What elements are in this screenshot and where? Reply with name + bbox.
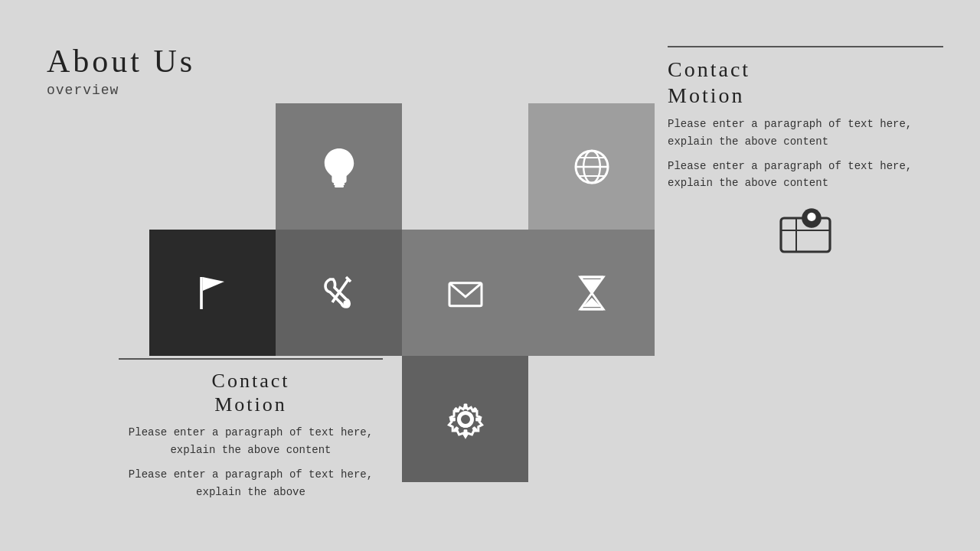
mail-icon <box>443 270 488 316</box>
bottom-left-body1: Please enter a paragraph of text here, e… <box>119 424 383 458</box>
globe-icon <box>569 144 615 190</box>
right-divider <box>668 46 943 47</box>
bottom-left-body2: Please enter a paragraph of text here, e… <box>119 466 383 500</box>
hourglass-cell[interactable] <box>528 230 655 356</box>
svg-rect-18 <box>475 417 481 421</box>
lightbulb-cell[interactable] <box>276 103 402 230</box>
globe-cell[interactable] <box>528 103 655 230</box>
mail-cell[interactable] <box>402 230 528 356</box>
grid-row-1 <box>149 103 655 230</box>
hourglass-icon <box>569 270 615 316</box>
svg-rect-17 <box>449 417 455 421</box>
map-pin-icon <box>775 200 836 261</box>
page-title: About Us <box>47 43 195 80</box>
gear-icon <box>443 396 488 442</box>
svg-rect-15 <box>463 403 467 409</box>
bottom-left-title: Contact Motion <box>119 369 383 416</box>
lightbulb-icon <box>316 144 362 190</box>
right-section: Contact Motion Please enter a paragraph … <box>668 46 943 261</box>
svg-rect-0 <box>333 183 344 185</box>
empty-cell-5 <box>528 356 655 482</box>
svg-rect-7 <box>200 277 203 309</box>
empty-cell-2 <box>402 103 528 230</box>
flag-icon <box>190 270 236 316</box>
svg-point-8 <box>343 300 348 305</box>
grid-row-2 <box>149 230 655 356</box>
bottom-left-section: Contact Motion Please enter a paragraph … <box>119 358 383 500</box>
right-title: Contact Motion <box>668 57 943 108</box>
empty-cell-1 <box>149 103 276 230</box>
bottom-left-divider <box>119 358 383 360</box>
page-subtitle: overview <box>47 83 195 98</box>
right-body2: Please enter a paragraph of text here, e… <box>668 158 943 192</box>
svg-rect-16 <box>463 429 467 435</box>
tools-icon <box>316 270 362 316</box>
title-area: About Us overview <box>47 43 195 98</box>
gear-cell[interactable] <box>402 356 528 482</box>
flag-cell[interactable] <box>149 230 276 356</box>
tools-cell[interactable] <box>276 230 402 356</box>
map-icon-container <box>668 200 943 261</box>
svg-point-28 <box>807 213 815 221</box>
right-body1: Please enter a paragraph of text here, e… <box>668 116 943 150</box>
svg-rect-1 <box>335 185 344 187</box>
svg-point-23 <box>459 413 472 425</box>
